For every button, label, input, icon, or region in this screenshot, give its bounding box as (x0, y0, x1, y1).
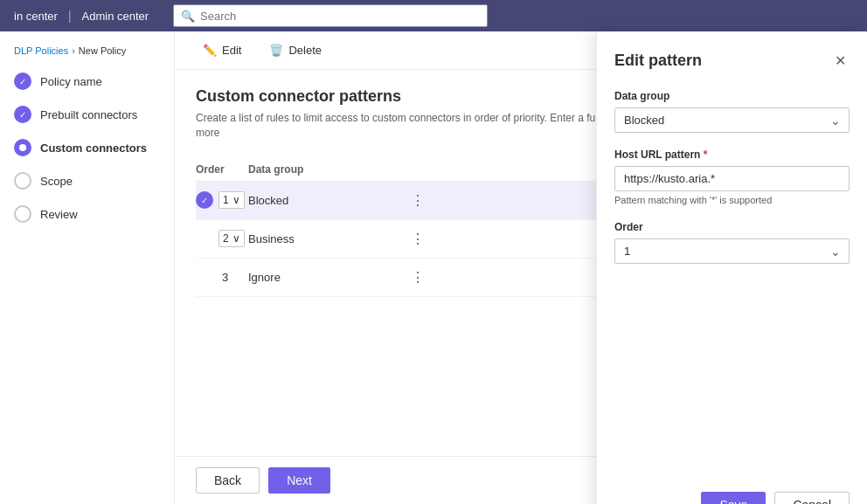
cancel-button[interactable]: Cancel (774, 492, 850, 504)
sidebar-label-scope: Scope (40, 175, 73, 188)
sidebar-label-policy-name: Policy name (40, 75, 102, 88)
nav-dot-prebuilt (14, 106, 31, 123)
dots-3[interactable]: ⋮ (406, 267, 598, 287)
data-group-label: Data group (614, 90, 850, 102)
order-label: Order (614, 221, 850, 233)
search-icon: 🔍 (181, 10, 195, 23)
nav-title-1: in center (14, 10, 58, 23)
order-select-1[interactable]: 1 ∨ (218, 191, 245, 209)
check-icon-1 (196, 191, 213, 209)
sidebar-item-custom-connectors[interactable]: Custom connectors (0, 131, 174, 164)
close-button[interactable]: ✕ (831, 49, 850, 72)
data-group-2: Business (248, 232, 406, 245)
order-select[interactable]: 1 2 3 (614, 238, 850, 264)
order-value-2: 2 (223, 232, 229, 245)
order-cell-2: 2 ∨ (196, 230, 248, 247)
chevron-down-icon-1: ∨ (232, 194, 240, 206)
col-header-datagroup: Data group (248, 163, 406, 176)
nav-title-2: Admin center (82, 10, 149, 23)
order-value-1: 1 (223, 194, 229, 206)
breadcrumb-current: New Policy (79, 45, 126, 56)
dots-1[interactable]: ⋮ (406, 190, 598, 211)
order-cell-1: 1 ∨ (196, 191, 248, 209)
nav-dot-review (14, 205, 31, 223)
sidebar-item-prebuilt-connectors[interactable]: Prebuilt connectors (0, 98, 174, 131)
order-select-2[interactable]: 2 ∨ (218, 230, 245, 247)
delete-icon: 🗑️ (269, 44, 283, 57)
panel-title: Edit pattern (614, 52, 702, 70)
sidebar: DLP Policies › New Policy Policy name Pr… (0, 31, 175, 504)
breadcrumb: DLP Policies › New Policy (0, 42, 174, 65)
col-header-order: Order (196, 163, 248, 176)
panel-header: Edit pattern ✕ (614, 49, 850, 72)
host-url-hint: Pattern matching with '*' is supported (614, 195, 850, 205)
data-group-select-wrapper: Blocked Business Non-business Ignore (614, 107, 850, 133)
panel-footer: Save Cancel (614, 492, 850, 504)
nav-dot-scope (14, 172, 31, 190)
nav-dot-custom (14, 139, 31, 156)
sidebar-label-custom: Custom connectors (40, 142, 147, 155)
sidebar-item-review[interactable]: Review (0, 197, 174, 231)
sidebar-label-review: Review (40, 208, 78, 221)
sidebar-item-policy-name[interactable]: Policy name (0, 65, 174, 98)
data-group-field: Data group Blocked Business Non-business… (614, 90, 850, 133)
search-input[interactable] (200, 10, 480, 23)
main-layout: DLP Policies › New Policy Policy name Pr… (0, 31, 867, 504)
sidebar-label-prebuilt: Prebuilt connectors (40, 108, 137, 121)
order-field: Order 1 2 3 (614, 221, 850, 264)
edit-panel: Edit pattern ✕ Data group Blocked Busine… (596, 31, 867, 504)
edit-button[interactable]: ✏️ Edit (196, 40, 248, 60)
breadcrumb-parent[interactable]: DLP Policies (14, 45, 68, 56)
back-button[interactable]: Back (196, 467, 260, 494)
delete-label: Delete (288, 44, 322, 57)
col-header-empty (406, 163, 598, 176)
data-group-3: Ignore (248, 271, 406, 284)
dots-2[interactable]: ⋮ (406, 229, 598, 249)
host-url-field: Host URL pattern * Pattern matching with… (614, 148, 850, 205)
order-select-wrapper: 1 2 3 (614, 238, 850, 264)
host-url-input[interactable] (614, 166, 850, 191)
top-navigation: in center | Admin center 🔍 (0, 0, 867, 31)
data-group-1: Blocked (248, 194, 406, 207)
next-button[interactable]: Next (268, 467, 330, 494)
chevron-down-icon-2: ∨ (232, 232, 240, 245)
data-group-select[interactable]: Blocked Business Non-business Ignore (614, 107, 850, 133)
nav-separator: | (68, 9, 72, 23)
host-url-label: Host URL pattern * (614, 148, 850, 161)
breadcrumb-sep: › (72, 45, 75, 56)
required-marker: * (704, 148, 708, 161)
delete-button[interactable]: 🗑️ Delete (262, 40, 329, 60)
search-bar[interactable]: 🔍 (173, 4, 488, 27)
nav-dot-policy-name (14, 72, 31, 90)
sidebar-item-scope[interactable]: Scope (0, 164, 174, 197)
order-cell-3: 3 (196, 271, 248, 284)
save-button[interactable]: Save (701, 492, 766, 504)
order-num-3: 3 (218, 271, 228, 284)
edit-icon: ✏️ (203, 44, 217, 57)
edit-label: Edit (222, 44, 241, 57)
